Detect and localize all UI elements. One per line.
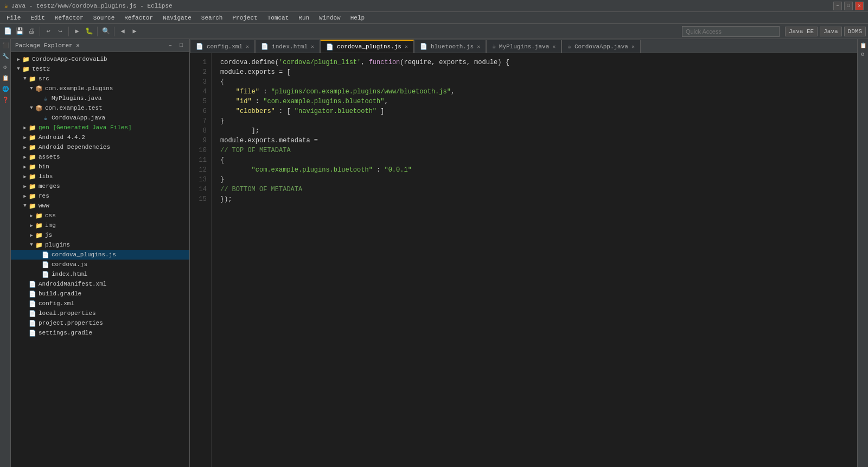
left-icon-4[interactable]: 📋 [1, 74, 10, 83]
left-icon-1[interactable]: ⬛ [1, 41, 10, 50]
tab-close-icon[interactable]: ✕ [405, 43, 408, 50]
list-item[interactable]: ▼ 📁 www [11, 201, 189, 211]
tree-label: res [39, 193, 49, 199]
tb-debug-button[interactable]: 🐛 [84, 26, 94, 37]
menu-tomcat[interactable]: Tomcat [263, 14, 293, 22]
folder-icon: 📁 [22, 55, 30, 64]
list-item[interactable]: ▶ 📁 assets [11, 152, 189, 162]
tb-back-button[interactable]: ◀ [117, 26, 128, 37]
list-item[interactable]: ☕ MyPlugins.java [11, 93, 189, 103]
right-icon-1[interactable]: 📋 [859, 41, 867, 50]
list-item[interactable]: 📄 cordova_plugins.js [11, 250, 189, 260]
right-icons: 📋 ⚙ [857, 39, 868, 467]
menu-edit[interactable]: Edit [26, 14, 49, 22]
list-item[interactable]: 📄 index.html [11, 269, 189, 279]
menu-window[interactable]: Window [315, 14, 345, 22]
explorer-minimize-btn[interactable]: – [167, 42, 174, 49]
tree-arrow: ▼ [28, 242, 35, 248]
menu-source[interactable]: Source [89, 14, 119, 22]
java-button[interactable]: Java [820, 27, 841, 36]
tab-cordova-plugins-js[interactable]: 📄 cordova_plugins.js ✕ [320, 40, 414, 53]
list-item[interactable]: ▶ 📁 Android Dependencies [11, 142, 189, 152]
list-item[interactable]: 📄 build.gradle [11, 289, 189, 299]
menu-navigate[interactable]: Navigate [158, 14, 196, 22]
menu-project[interactable]: Project [228, 14, 261, 22]
editor-content[interactable]: 1 2 3 4 5 6 7 8 9 10 11 12 13 14 15 cord… [190, 53, 857, 467]
java-ee-button[interactable]: Java EE [785, 27, 818, 36]
tab-config-xml[interactable]: 📄 config.xml ✕ [190, 40, 255, 53]
folder-icon: 📁 [28, 74, 37, 83]
java-file-icon: ☕ [41, 94, 50, 103]
right-icon-2[interactable]: ⚙ [859, 50, 867, 59]
tb-sep4 [114, 27, 114, 36]
folder-icon: 📁 [28, 172, 37, 181]
tb-new-button[interactable]: 📄 [2, 26, 13, 37]
list-item[interactable]: 📄 project.properties [11, 318, 189, 328]
list-item[interactable]: ▼ 📦 com.example.plugins [11, 84, 189, 93]
list-item[interactable]: 📄 AndroidManifest.xml [11, 279, 189, 289]
list-item[interactable]: ▶ 📁 res [11, 191, 189, 201]
list-item[interactable]: 📄 config.xml [11, 299, 189, 308]
tab-close-icon[interactable]: ✕ [477, 43, 480, 50]
quick-access-input[interactable] [682, 26, 780, 37]
code-editor[interactable]: cordova.define('cordova/plugin_list', fu… [212, 53, 857, 467]
list-item[interactable]: ▶ 📁 img [11, 220, 189, 230]
tab-icon: 📄 [261, 43, 269, 50]
tree-label: src [39, 75, 49, 82]
list-item[interactable]: ▼ 📁 src [11, 74, 189, 84]
list-item[interactable]: ☕ CordovaApp.java [11, 113, 189, 123]
list-item[interactable]: ▶ 📁 CordovaApp-CordovaLib [11, 54, 189, 64]
tb-undo-button[interactable]: ↩ [43, 26, 54, 37]
minimize-button[interactable]: – [833, 2, 842, 10]
package-icon: 📦 [35, 84, 43, 93]
menu-refactor2[interactable]: Refactor [120, 14, 157, 22]
ddms-button[interactable]: DDMS [844, 27, 866, 36]
tree-arrow: ▶ [22, 135, 28, 141]
list-item[interactable]: ▶ 📁 js [11, 230, 189, 240]
tree-label: css [45, 212, 56, 219]
list-item[interactable]: ▶ 📁 css [11, 211, 189, 220]
menu-help[interactable]: Help [346, 14, 369, 22]
tab-index-html[interactable]: 📄 index.html ✕ [255, 40, 320, 53]
tab-icon: 📄 [420, 43, 427, 50]
left-icon-2[interactable]: 🔧 [1, 52, 10, 61]
list-item[interactable]: ▼ 📦 com.example.test [11, 103, 189, 113]
tb-search-button[interactable]: 🔍 [100, 26, 111, 37]
menu-refactor1[interactable]: Refactor [50, 14, 88, 22]
list-item[interactable]: ▼ 📁 test2 [11, 64, 189, 74]
menu-run[interactable]: Run [294, 14, 314, 22]
list-item[interactable]: 📄 settings.gradle [11, 328, 189, 338]
list-item[interactable]: ▶ 📁 Android 4.4.2 [11, 132, 189, 142]
tb-forward-button[interactable]: ▶ [129, 26, 140, 37]
tab-bluetooth-js[interactable]: 📄 bluetooth.js ✕ [414, 40, 486, 53]
list-item[interactable]: ▶ 📁 merges [11, 181, 189, 191]
tb-print-button[interactable]: 🖨 [26, 26, 37, 37]
list-item[interactable]: 📄 cordova.js [11, 260, 189, 269]
tb-save-button[interactable]: 💾 [14, 26, 25, 37]
close-button[interactable]: ✕ [855, 2, 864, 10]
list-item[interactable]: ▶ 📁 libs [11, 172, 189, 181]
left-icon-3[interactable]: ⚙ [1, 63, 10, 72]
left-icon-6[interactable]: ❓ [1, 96, 10, 104]
menu-search[interactable]: Search [197, 14, 227, 22]
tb-sep1 [40, 27, 40, 36]
tab-close-icon[interactable]: ✕ [311, 43, 314, 50]
restore-button[interactable]: □ [844, 2, 853, 10]
tab-close-icon[interactable]: ✕ [246, 43, 249, 50]
tab-cordovaapp-java[interactable]: ☕ CordovaApp.java ✕ [561, 40, 641, 53]
tab-close-icon[interactable]: ✕ [631, 43, 635, 50]
menu-file[interactable]: File [2, 14, 25, 22]
explorer-max-btn[interactable]: □ [177, 42, 185, 49]
folder-icon: 📁 [22, 65, 30, 73]
list-item[interactable]: ▶ 📁 bin [11, 162, 189, 172]
tb-redo-button[interactable]: ↪ [55, 26, 66, 37]
list-item[interactable]: 📄 local.properties [11, 308, 189, 318]
tab-label: bluetooth.js [431, 43, 474, 50]
list-item[interactable]: ▶ 📁 gen [Generated Java Files] [11, 123, 189, 132]
tab-myplugins-java[interactable]: ☕ MyPlugins.java ✕ [486, 40, 561, 53]
tb-run-button[interactable]: ▶ [72, 26, 82, 37]
list-item[interactable]: ▼ 📁 plugins [11, 240, 189, 250]
tab-close-icon[interactable]: ✕ [552, 43, 556, 50]
explorer-header: Package Explorer ✕ – □ [11, 39, 189, 52]
left-icon-5[interactable]: 🌐 [1, 85, 10, 93]
